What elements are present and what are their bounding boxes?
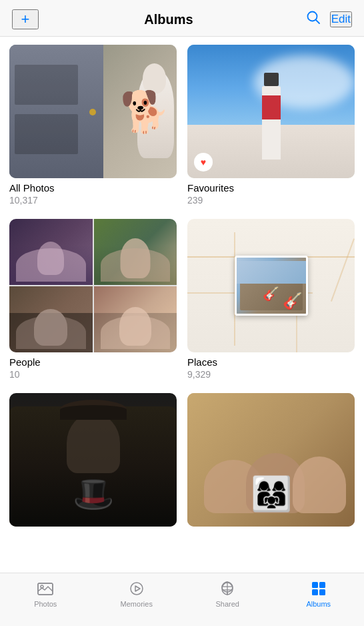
heart-badge: ♥ (194, 153, 213, 172)
tab-label-photos: Photos (34, 600, 57, 608)
albums-scroll-area: All Photos 10,317 ♥ Favourites (0, 37, 364, 572)
album-item-partial-left[interactable] (9, 393, 177, 527)
memories-icon (128, 580, 145, 597)
tab-item-memories[interactable]: Memories (91, 580, 183, 608)
people-photo-4 (94, 286, 177, 352)
shared-icon (219, 580, 236, 597)
album-thumb-all-photos (9, 45, 177, 178)
album-name-all-photos: All Photos (9, 182, 177, 194)
albums-grid: All Photos 10,317 ♥ Favourites (9, 45, 355, 527)
album-thumb-partial-right (187, 393, 355, 527)
svg-rect-12 (319, 582, 325, 588)
people-photo-3 (9, 286, 93, 352)
album-name-people: People (9, 356, 177, 368)
album-item-people[interactable]: People 10 (9, 219, 177, 380)
tab-item-albums[interactable]: Albums (273, 580, 365, 608)
album-item-favourites[interactable]: ♥ Favourites 239 (187, 45, 355, 206)
people-photo-1 (9, 219, 93, 285)
album-count-places: 9,329 (187, 369, 355, 380)
tab-label-memories: Memories (121, 600, 153, 608)
svg-rect-14 (319, 589, 325, 595)
svg-rect-13 (312, 589, 318, 595)
svg-marker-6 (135, 586, 140, 591)
tab-label-albums: Albums (306, 600, 331, 608)
photos-icon (37, 580, 54, 597)
map-photo-pin: 🎸 (235, 256, 308, 316)
album-thumb-favourites: ♥ (187, 45, 355, 178)
album-item-partial-right[interactable] (187, 393, 355, 527)
page-title: Albums (144, 12, 193, 27)
tab-label-shared: Shared (216, 600, 239, 608)
tab-item-shared[interactable]: Shared (182, 580, 273, 608)
album-count-people: 10 (9, 369, 177, 380)
svg-rect-11 (312, 582, 318, 588)
album-item-all-photos[interactable]: All Photos 10,317 (9, 45, 177, 206)
svg-point-5 (131, 583, 143, 595)
album-name-places: Places (187, 356, 355, 368)
album-thumb-places: 🎸 (187, 219, 355, 352)
album-thumb-partial-left (9, 393, 177, 527)
edit-button[interactable]: Edit (330, 11, 352, 27)
add-button[interactable]: + (12, 9, 39, 29)
svg-line-1 (316, 20, 319, 23)
search-button[interactable] (306, 10, 321, 29)
tab-item-photos[interactable]: Photos (0, 580, 91, 608)
album-item-places[interactable]: 🎸 Places 9,329 (187, 219, 355, 380)
albums-icon (310, 580, 327, 597)
header: + Albums Edit (0, 0, 364, 37)
album-count-all-photos: 10,317 (9, 195, 177, 206)
album-name-favourites: Favourites (187, 182, 355, 194)
header-actions: Edit (299, 10, 352, 29)
album-count-favourites: 239 (187, 195, 355, 206)
tab-bar: Photos Memories Shared Albums (0, 573, 364, 626)
people-photo-2 (94, 219, 177, 285)
album-thumb-people (9, 219, 177, 352)
svg-point-4 (41, 585, 43, 588)
